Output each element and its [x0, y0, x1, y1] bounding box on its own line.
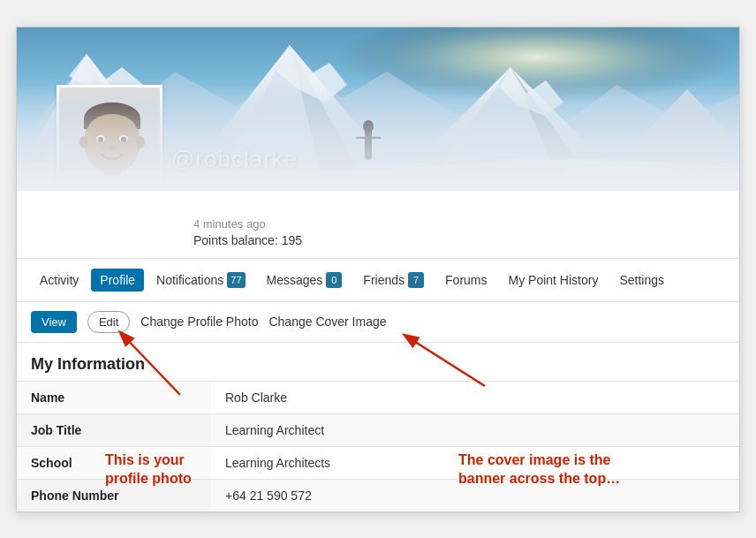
points-balance: Points balance: 195: [193, 233, 739, 247]
view-button[interactable]: View: [31, 311, 77, 333]
table-row: Job Title Learning Architect: [17, 413, 739, 446]
nav-tabs: Activity Profile Notifications 77 Messag…: [17, 259, 739, 302]
svg-point-29: [109, 145, 116, 150]
tab-messages[interactable]: Messages 0: [258, 268, 352, 292]
field-label-school: School: [17, 446, 211, 479]
avatar: [57, 85, 163, 191]
svg-rect-1: [17, 27, 739, 191]
time-ago: 4 minutes ago: [193, 217, 739, 231]
tab-point-history[interactable]: My Point History: [500, 269, 608, 292]
sub-actions-container: View Edit Change Profile Photo Change Co…: [17, 302, 739, 343]
svg-rect-23: [84, 118, 140, 129]
friends-badge: 7: [408, 272, 424, 288]
svg-marker-9: [387, 67, 634, 191]
field-label-job-title: Job Title: [17, 413, 211, 446]
svg-point-31: [136, 136, 145, 148]
cover-image: @robclarke: [17, 27, 739, 191]
svg-point-25: [96, 135, 105, 142]
table-row: Name Rob Clarke: [17, 381, 739, 413]
edit-button[interactable]: Edit: [87, 311, 130, 333]
svg-rect-20: [103, 160, 121, 176]
page-wrapper: @robclarke: [16, 27, 740, 512]
svg-point-21: [84, 110, 140, 174]
field-value-job-title: Learning Architect: [211, 413, 739, 446]
svg-marker-12: [590, 89, 739, 191]
sub-actions: View Edit Change Profile Photo Change Co…: [17, 302, 739, 343]
notifications-badge: 77: [227, 272, 245, 288]
field-value-name: Rob Clarke: [211, 381, 739, 413]
change-cover-image-link[interactable]: Change Cover Image: [268, 314, 386, 329]
field-value-school: Learning Architects: [211, 446, 739, 479]
tab-settings[interactable]: Settings: [610, 269, 673, 292]
svg-point-24: [87, 114, 137, 149]
svg-marker-11: [510, 67, 599, 191]
tab-forums[interactable]: Forums: [436, 269, 495, 292]
table-row: School Learning Architects: [17, 446, 739, 479]
table-row: Phone Number +64 21 590 572: [17, 479, 739, 511]
username-overlay: @robclarke: [171, 146, 298, 173]
svg-point-22: [84, 102, 140, 134]
field-value-phone: +64 21 590 572: [211, 479, 739, 511]
tab-friends[interactable]: Friends 7: [354, 268, 433, 292]
tab-activity[interactable]: Activity: [31, 269, 87, 292]
profile-meta: 4 minutes ago Points balance: 195: [17, 191, 739, 259]
svg-point-30: [79, 136, 88, 148]
svg-point-26: [119, 135, 128, 142]
field-label-name: Name: [17, 381, 211, 413]
svg-marker-10: [422, 67, 599, 191]
info-table: Name Rob Clarke Job Title Learning Archi…: [17, 381, 739, 511]
change-profile-photo-link[interactable]: Change Profile Photo: [140, 314, 258, 329]
section-title: My Information: [17, 343, 739, 381]
svg-point-27: [98, 137, 103, 142]
tab-notifications[interactable]: Notifications 77: [147, 268, 254, 292]
tab-profile[interactable]: Profile: [91, 269, 144, 292]
messages-badge: 0: [326, 272, 342, 288]
field-label-phone: Phone Number: [17, 479, 211, 511]
svg-point-28: [121, 137, 126, 142]
svg-point-17: [363, 120, 374, 133]
svg-rect-19: [59, 171, 163, 191]
svg-rect-16: [365, 129, 372, 160]
